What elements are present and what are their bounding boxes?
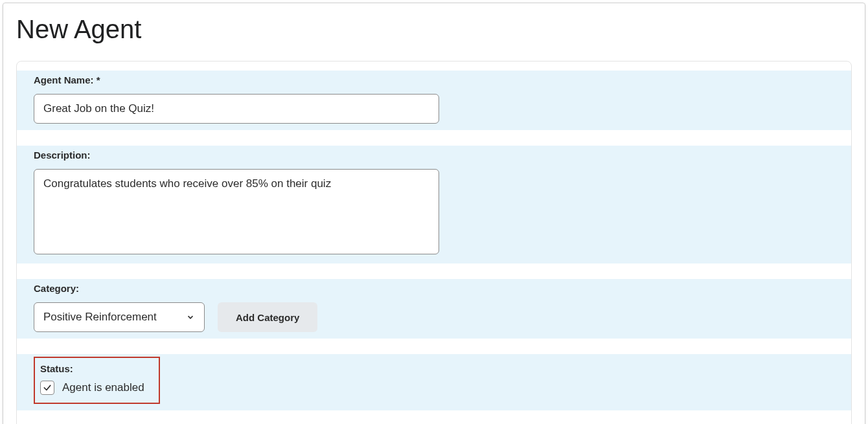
- category-label: Category:: [34, 283, 79, 294]
- category-block: Category: Positive Reinforcement Add Cat…: [34, 279, 834, 339]
- category-row: Positive Reinforcement Add Category: [34, 302, 834, 332]
- check-icon: [43, 383, 52, 392]
- agent-name-body: [17, 90, 851, 130]
- description-label-row: Description:: [17, 146, 851, 165]
- agent-name-input[interactable]: [34, 94, 439, 124]
- page-title: New Agent: [16, 15, 852, 44]
- agent-name-label-row: Agent Name: *: [17, 71, 851, 90]
- form-panel: Agent Name: * Description: Category:: [16, 61, 852, 424]
- category-select[interactable]: Positive Reinforcement: [34, 302, 205, 332]
- category-body: Positive Reinforcement Add Category: [17, 298, 851, 339]
- status-checkbox[interactable]: [40, 381, 54, 395]
- status-band: Status: Agent is enabled: [17, 354, 851, 410]
- status-check-row: Agent is enabled: [40, 381, 144, 395]
- description-label: Description:: [34, 150, 91, 161]
- description-body: [17, 165, 851, 263]
- status-check-label: Agent is enabled: [62, 381, 144, 394]
- status-highlight-box: Status: Agent is enabled: [34, 357, 160, 404]
- agent-name-label: Agent Name: *: [34, 74, 100, 85]
- add-category-button[interactable]: Add Category: [218, 302, 317, 332]
- description-block: Description:: [34, 146, 834, 263]
- category-selected-value: Positive Reinforcement: [43, 311, 157, 324]
- page-container: New Agent Agent Name: * Description: Cat…: [3, 3, 865, 424]
- category-label-row: Category:: [17, 279, 851, 298]
- description-textarea[interactable]: [34, 169, 439, 254]
- agent-name-block: Agent Name: *: [34, 71, 834, 130]
- chevron-down-icon: [186, 313, 195, 322]
- status-label: Status:: [40, 363, 144, 374]
